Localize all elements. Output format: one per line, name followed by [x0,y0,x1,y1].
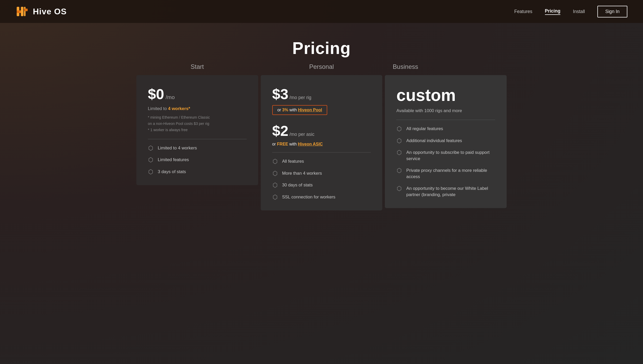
nav-pricing[interactable]: Pricing [545,8,561,15]
feature-label: All regular features [406,126,443,132]
free-or-text: or [272,142,277,146]
list-item: 30 days of stats [272,182,371,188]
feature-label: Additional individual features [406,138,462,144]
svg-marker-11 [273,195,277,199]
start-price-value: $0 [148,86,164,102]
feature-label: All features [282,158,304,165]
business-card: custom Available with 1000 rigs and more… [385,75,507,208]
list-item: SSL connection for workers [272,194,371,200]
start-features: Limited to 4 workers Limited features 3 … [148,145,247,175]
business-column: Business custom Available with 1000 rigs… [385,63,507,208]
hex-icon [148,157,154,163]
hex-icon [396,138,402,144]
start-price: $0 /mo [148,86,247,102]
pool-pct: 3% [282,108,288,112]
feature-label: SSL connection for workers [282,194,336,200]
personal-label: Personal [309,63,334,70]
logo-text: Hive OS [33,7,67,16]
signin-button[interactable]: Sign In [597,6,627,17]
start-footnote: * mining Ethereum / Ethereum Classic on … [148,114,247,133]
start-divider [148,139,247,139]
svg-marker-8 [273,159,277,164]
list-item: More than 4 workers [272,170,371,177]
pricing-section: Start $0 /mo Limited to 4 workers* * min… [126,63,517,210]
business-price: custom [396,86,495,105]
nav-links: Features Pricing Install Sign In [514,6,627,17]
svg-marker-12 [397,126,401,131]
business-features: All regular features Additional individu… [396,126,495,198]
svg-marker-16 [397,186,401,191]
personal-features: All features More than 4 workers 30 days… [272,158,371,200]
list-item: 3 days of stats [148,169,247,175]
svg-marker-13 [397,138,401,143]
free-word: FREE [277,142,288,146]
hex-icon [148,145,154,151]
nav-install[interactable]: Install [573,9,585,14]
svg-marker-9 [273,171,277,175]
start-limit-text: Limited to 4 workers* [148,106,247,111]
start-price-period: /mo [166,94,175,100]
list-item: An opportunity to become our White Label… [396,185,495,198]
list-item: An opportunity to subscribe to paid supp… [396,149,495,162]
personal-price-rig-sub: /mo per rig [289,95,311,100]
personal-price-rig: $3 /mo per rig [272,86,371,102]
list-item: All features [272,158,371,165]
list-item: Limited features [148,157,247,163]
hex-icon [272,194,278,200]
svg-rect-3 [24,7,26,16]
personal-column: Personal $3 /mo per rig or 3% with Hiveo… [261,63,383,210]
hex-icon [396,126,402,132]
logo[interactable]: Hive OS [16,5,67,18]
svg-marker-10 [273,183,277,187]
start-card: $0 /mo Limited to 4 workers* * mining Et… [136,75,258,185]
list-item: Additional individual features [396,138,495,144]
svg-marker-14 [397,150,401,155]
logo-icon [16,5,29,18]
feature-label: 30 days of stats [282,182,313,188]
feature-label: 3 days of stats [158,169,186,175]
pool-badge: or 3% with Hiveon Pool [272,105,327,115]
start-column: Start $0 /mo Limited to 4 workers* * min… [136,63,258,185]
hex-icon [396,150,402,155]
personal-asic-value: $2 [272,122,288,139]
personal-divider [272,152,371,153]
svg-marker-5 [149,146,153,150]
svg-rect-4 [24,9,28,11]
svg-marker-15 [397,168,401,173]
svg-rect-2 [21,7,23,16]
page-title: Pricing [0,23,643,63]
feature-label: Private proxy channels for a more reliab… [406,167,495,180]
list-item: Limited to 4 workers [148,145,247,151]
business-subtitle: Available with 1000 rigs and more [396,107,495,114]
free-with-text: with [288,142,298,146]
personal-asic-sub: /mo per asic [289,132,314,137]
personal-card: $3 /mo per rig or 3% with Hiveon Pool $2… [261,75,383,210]
list-item: All regular features [396,126,495,132]
feature-label: An opportunity to become our White Label… [406,185,495,198]
business-label: Business [385,63,418,70]
hex-icon [272,182,278,188]
personal-free-row: or FREE with Hiveon ASIC [272,142,371,147]
hiveon-pool-link[interactable]: Hiveon Pool [298,108,322,112]
nav-features[interactable]: Features [514,9,532,14]
navbar: Hive OS Features Pricing Install Sign In [0,0,643,23]
feature-label: An opportunity to subscribe to paid supp… [406,149,495,162]
hex-icon [272,159,278,164]
feature-label: Limited features [158,157,189,163]
hex-icon [148,169,154,175]
personal-price-value: $3 [272,86,288,102]
svg-marker-6 [149,157,153,162]
hex-icon [396,168,402,173]
feature-label: Limited to 4 workers [158,145,197,151]
hiveon-asic-link[interactable]: Hiveon ASIC [298,142,323,146]
start-label: Start [191,63,204,70]
list-item: Private proxy channels for a more reliab… [396,167,495,180]
business-divider [396,120,495,120]
hex-icon [396,186,402,191]
pool-with-text: with [288,108,298,112]
personal-price-asic: $2 /mo per asic [272,122,371,139]
pool-or-text: or [277,108,282,112]
feature-label: More than 4 workers [282,170,322,177]
hex-icon [272,171,278,176]
start-worker-count: 4 workers* [168,106,190,111]
